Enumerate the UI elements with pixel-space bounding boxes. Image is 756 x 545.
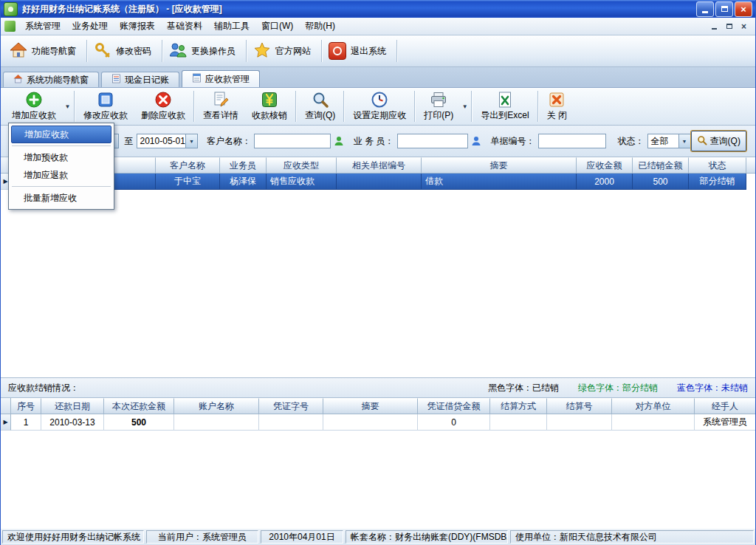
settle-table-row[interactable]: ▶ 1 2010-03-13 500 0 系统管理员 [1,414,755,431]
official-website-button[interactable]: 官方网站 [250,39,318,64]
mdi-controls: × [708,21,753,32]
header-cell-method[interactable]: 结算方式 [490,398,547,414]
customer-name-input[interactable] [254,134,331,148]
tabbar: 系统功能导航窗 现金日记账 应收款管理 [1,67,755,88]
salesman-input[interactable] [397,134,468,148]
cell-status: 部分结销 [689,174,746,190]
tab-receivables-management[interactable]: 应收款管理 [182,70,260,87]
header-cell-repay-date[interactable]: 还款日期 [41,398,104,414]
status-combo[interactable]: 全部 ▼ [647,134,691,148]
separator [193,91,195,122]
settle-table-header: 序号 还款日期 本次还款金额 账户名称 凭证字号 摘要 凭证借贷金额 结算方式 … [1,398,755,414]
doc-no-label: 单据编号： [491,135,535,148]
delete-receivable-button[interactable]: 删除应收款 [134,88,192,125]
restore-button[interactable] [715,1,733,17]
menu-item-add-refund[interactable]: 增加应退款 [11,166,111,184]
chevron-down-icon[interactable]: ▼ [678,134,690,148]
menu-reports[interactable]: 账簿报表 [114,18,161,35]
header-cell-settled[interactable]: 已结销金额 [633,157,689,174]
header-cell-doc-no[interactable]: 相关单据编号 [337,157,422,174]
selected-row-strip: 于中宝 杨泽保 销售应收款 借款 2000 500 部分结销 [11,174,746,190]
close-window-button[interactable]: × [735,1,752,17]
mdi-minimize-icon [712,28,717,30]
receivables-table-body[interactable] [1,190,755,377]
chevron-down-icon[interactable]: ▼ [185,134,197,148]
header-cell-status[interactable]: 状态 [689,157,746,174]
menu-help[interactable]: 帮助(H) [299,18,341,35]
header-cell-summary[interactable]: 摘要 [323,398,418,414]
filter-query-button[interactable]: 查询(Q) [691,131,746,151]
print-dropdown-arrow[interactable]: ▼ [460,90,470,123]
status-panel-company: 使用单位：新阳天信息技术有限公司 [510,530,754,544]
salesman-person-icon [470,135,482,147]
header-cell-counterparty[interactable]: 对方单位 [612,398,695,414]
settle-payment-button[interactable]: 收款核销 [245,88,294,125]
menu-tools[interactable]: 辅助工具 [208,18,255,35]
settle-section-title: 应收款结销情况： [8,382,79,394]
menu-window[interactable]: 窗口(W) [255,18,299,35]
header-cell-seq[interactable]: 序号 [11,398,41,414]
export-excel-button[interactable]: 导出到Excel [474,88,535,125]
status-panel-date: 2010年04月01日 [261,530,343,544]
header-cell-repay-amount[interactable]: 本次还款金额 [104,398,174,414]
cell-counterparty [612,414,695,431]
tab-cash-journal[interactable]: 现金日记账 [101,72,179,87]
header-cell-number[interactable]: 结算号 [547,398,612,414]
schedule-receivable-button[interactable]: 设置定期应收 [346,88,413,125]
separator [162,40,163,62]
top-toolbar: 功能导航窗 修改密码 更换操作员 官方网站 退出系统 [1,35,755,67]
status-panel-welcome: 欢迎使用好好用财务出纳记帐系统 [2,530,144,544]
add-receivable-button[interactable]: 增加应收款 [5,88,63,125]
header-cell-summary[interactable]: 摘要 [422,157,577,174]
nav-window-button[interactable]: 功能导航窗 [7,39,83,64]
menu-system-management[interactable]: 系统管理 [19,18,66,35]
cell-handler: 系统管理员 [695,414,755,431]
header-cell-handler[interactable]: 经手人 [695,398,755,414]
document-pencil-icon [212,91,230,109]
header-cell-customer[interactable]: 客户名称 [156,157,220,174]
window-title: 好好用财务出纳记账系统（注册版） - [应收款管理] [22,3,695,16]
date-to-combo[interactable]: 2010-05-01 ▼ [137,134,198,148]
titlebar: 好好用财务出纳记账系统（注册版） - [应收款管理] × [1,0,755,18]
settle-table-body[interactable] [1,431,755,528]
cell-account [174,414,259,431]
tab-system-nav-window[interactable]: 系统功能导航窗 [3,72,99,87]
status-panel-account-set: 帐套名称：财务出纳账套(DDY)(FMSDB20 [346,530,508,544]
header-cell-salesman[interactable]: 业务员 [220,157,267,174]
row-selector-arrow: ▶ [1,414,11,431]
menu-item-add-prepayment[interactable]: 增加预收款 [11,148,111,166]
legend-partially-settled: 绿色字体：部分结销 [578,382,658,394]
view-detail-button[interactable]: 查看详情 [196,88,245,125]
minimize-button[interactable] [696,1,714,17]
print-button[interactable]: 打印(P) [417,88,460,125]
menu-business[interactable]: 业务处理 [66,18,114,35]
header-cell-amount[interactable]: 应收金额 [577,157,633,174]
add-receivable-dropdown-arrow[interactable]: ▼ [63,90,72,123]
separator [414,91,416,122]
mdi-minimize-button[interactable] [708,21,721,32]
mdi-restore-button[interactable] [723,21,735,32]
printer-icon [430,91,447,109]
query-button[interactable]: 查询(Q) [298,88,342,125]
legend: 黑色字体：已结销 绿色字体：部分结销 蓝色字体：未结销 [488,382,748,394]
menu-base-data[interactable]: 基础资料 [161,18,208,35]
exit-system-button[interactable]: 退出系统 [326,40,394,62]
menu-item-batch-add-receivable[interactable]: 批量新增应收 [11,189,111,207]
app-window: 好好用财务出纳记账系统（注册版） - [应收款管理] × 系统管理 业务处理 账… [0,0,756,545]
header-cell-voucher-amount[interactable]: 凭证借贷金额 [418,398,490,414]
doc-no-input[interactable] [538,134,606,148]
header-cell-type[interactable]: 应收类型 [267,157,337,174]
close-tab-button[interactable]: 关 闭 [540,88,574,125]
cell-amount: 2000 [577,174,633,190]
switch-operator-button[interactable]: 更换操作员 [166,39,243,64]
header-cell-voucher[interactable]: 凭证字号 [259,398,323,414]
separator [537,91,539,122]
yuan-icon [261,91,278,109]
clock-icon [371,91,388,109]
edit-receivable-button[interactable]: 修改应收款 [77,88,134,125]
change-password-button[interactable]: 修改密码 [91,39,159,64]
home-tab-icon [13,74,23,86]
menu-item-add-receivable[interactable]: 增加应收款 [11,126,111,143]
mdi-close-button[interactable]: × [738,21,750,32]
header-cell-account[interactable]: 账户名称 [174,398,259,414]
